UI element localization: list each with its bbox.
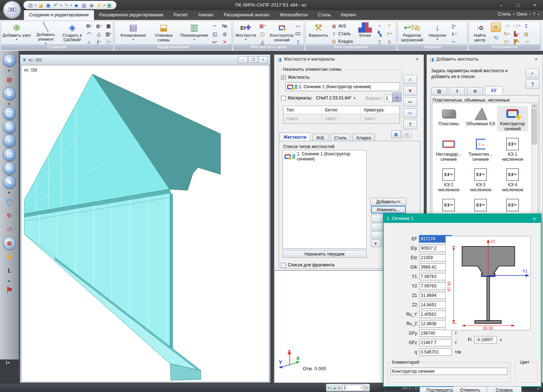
paste-stiffness-button[interactable]: ▤ [402, 130, 412, 138]
flyout-arrow-icon[interactable]: ▸ [3, 68, 16, 73]
stiffness-checkbox[interactable]: ✓ [281, 75, 286, 80]
cc-nodes-icon[interactable]: CC [294, 30, 302, 37]
help-menu[interactable]: ? [533, 12, 536, 17]
histogram-icon[interactable]: ▙▾ [512, 30, 521, 37]
masonry-design-button[interactable]: ▤Кладка [331, 38, 353, 45]
tab-bars-icon[interactable]: I [449, 87, 465, 95]
window-menu[interactable]: Окно [517, 12, 527, 17]
assign-current-button[interactable]: Назначить текущим [282, 250, 367, 258]
stiffness-view-icon[interactable]: EI [3, 162, 16, 175]
variants-button[interactable]: ⚒ Варианты [306, 22, 330, 44]
chevron-down-icon[interactable]: ▾ [35, 4, 36, 7]
flyout-arrow-icon[interactable]: ▸ [3, 101, 16, 106]
close-button[interactable]: × [526, 0, 543, 10]
diagram-icon[interactable]: ▦ [106, 2, 113, 8]
add-line-icon[interactable]: ＋ [375, 22, 384, 29]
select-zoom-icon[interactable]: ◎ [220, 30, 229, 37]
prev-loadcase-icon[interactable]: ▲ [333, 386, 336, 390]
t-support-icon[interactable]: Т [385, 22, 394, 29]
distributed-load-icon[interactable]: ↡▾ [449, 30, 458, 37]
view-minimize-button[interactable]: – [238, 56, 248, 63]
plate-p-icon[interactable]: P▾ [385, 30, 394, 37]
sum-results-icon[interactable]: Σ [522, 22, 531, 29]
chevron-down-icon[interactable]: ▾ [70, 4, 72, 7]
redo-icon[interactable]: ↷ [63, 2, 69, 8]
tab-reinforced-concrete[interactable]: Железобетон [274, 10, 313, 20]
save-icon[interactable]: ▣ [45, 2, 52, 8]
help-button[interactable]: ? [526, 79, 539, 89]
flash-icon[interactable]: ⚡ [96, 2, 102, 8]
view-window-titlebar[interactable]: ❦ кс·.l3d –❐× [20, 55, 270, 65]
camera-icon[interactable]: ◉ [88, 2, 95, 8]
scissors-icon[interactable]: ✂ [211, 22, 219, 29]
move-button[interactable]: ▥ Перемещение▾ [180, 22, 208, 44]
color-pen-icon[interactable]: ✎ [3, 176, 16, 189]
dome-icon[interactable]: ▦ [104, 22, 113, 29]
app-logo[interactable]: ЛС [3, 1, 21, 19]
gfz-input[interactable] [419, 339, 452, 346]
add-element-button[interactable]: ╲ Добавить элемент▾ [32, 22, 60, 44]
loads-button[interactable]: ↓ Нагрузки▾ [426, 22, 449, 44]
springs-icon[interactable]: ◫ [258, 30, 267, 37]
refresh-icon[interactable]: ↻▾ [502, 30, 511, 37]
grid-icon[interactable]: ▥▾ [104, 30, 113, 37]
pick-filter-button[interactable]: ▼ [371, 240, 380, 247]
stiffness-type-section-constructor[interactable]: Конструктор сечений [497, 106, 528, 131]
pack-scheme-button[interactable]: ⬓ Упаковка схемы [150, 22, 178, 44]
create-in-sapfir-button[interactable]: ◈ Создать в САПФИР [61, 22, 84, 44]
materials-norm[interactable]: СНиП 2.03.01-84* [316, 95, 352, 101]
tab-masonry[interactable]: Кладка [352, 134, 375, 142]
flag-edit-icon[interactable]: ⚑ [3, 284, 16, 297]
tab-stiffness[interactable]: Жесткости [279, 132, 310, 141]
fragment-checkbox[interactable] [281, 263, 286, 268]
zoom-select-element-icon[interactable]: ⊖ [3, 87, 16, 100]
stiffness-type-ke2[interactable]: EF= КЭ 2 численное [433, 167, 464, 192]
cylinder-icon[interactable]: ◍▾ [94, 22, 103, 29]
style-menu[interactable]: Стиль [498, 12, 511, 17]
frame-icon[interactable]: ⊞▾ [85, 22, 93, 29]
help-button[interactable]: ? [403, 120, 417, 129]
supports-icon[interactable]: ▦▾ [258, 22, 267, 29]
next-loadcase-icon[interactable]: ▼ [338, 386, 341, 390]
loadcase-combo[interactable]: 1.▾ [342, 385, 363, 391]
blocks-button[interactable]: ▟▙ Блоки [356, 22, 375, 44]
comment-input[interactable] [391, 368, 507, 375]
stiffness-type-nonstandard[interactable]: Нестандар... сечение [433, 136, 464, 162]
zoom-select-node-icon[interactable]: ⊕ [3, 54, 16, 67]
tab-calculation[interactable]: Расчет [168, 10, 193, 20]
tab-analysis[interactable]: Анализ [193, 10, 219, 20]
mosaic-icon[interactable]: ▨ [522, 30, 531, 37]
loadcase-editor-icon[interactable]: ↩ [328, 385, 332, 391]
fi-input[interactable] [474, 336, 497, 343]
dialog-titlebar[interactable]: 1. Сечение 1 × [384, 214, 541, 223]
brush-button[interactable]: ✏ [403, 97, 417, 107]
stiffness-type-ke1[interactable]: EF= КЭ 1 численное [497, 136, 528, 162]
expand-handle-icon[interactable]: ❙▸ [5, 360, 10, 364]
tab-brick[interactable]: Кирпич [336, 10, 361, 20]
select-block-icon[interactable]: ⊡ [3, 148, 16, 161]
current-stiffness-combo[interactable]: 1. Сечение 1 (Конструктор сечения) [285, 82, 400, 91]
steel-design-button[interactable]: IСталь [331, 30, 353, 37]
dialog-close-icon[interactable]: × [531, 216, 538, 222]
scroll-up-icon[interactable]: ▲ [532, 104, 537, 109]
tab-advanced-analysis[interactable]: Расширенный анализ [219, 10, 274, 20]
select-nodes-grid-icon[interactable]: ⊞ [3, 73, 16, 86]
tab-advanced-editing[interactable]: Расширенное редактирование [94, 10, 169, 20]
filter-icon[interactable]: ▽ [3, 195, 16, 208]
edit-pencil-icon[interactable]: ✎ [364, 385, 368, 390]
axes-icon[interactable]: △ [94, 30, 103, 37]
tab-plates-icon[interactable]: ▨ [431, 87, 447, 95]
add-panel-titlebar[interactable]: ◨ Добавить жесткость × [427, 55, 543, 64]
help-button[interactable]: Справка [487, 386, 522, 392]
filter-button[interactable]: ▼ [403, 86, 417, 95]
rc-design-button[interactable]: ▦Ж/б [331, 23, 353, 30]
scrollbar-thumb[interactable] [532, 110, 537, 144]
numbering-icon[interactable]: 1.2)▾ [512, 22, 521, 29]
section-constructor-button[interactable]: Конструктор сечений [270, 22, 294, 44]
resize-icon[interactable]: ◱ [211, 30, 219, 37]
table-row[interactable]: <нет> <нет> <нет> [283, 114, 400, 123]
zoom-rotate-icon[interactable]: ⟲ [491, 33, 501, 42]
flyout-arrow-icon[interactable]: ▸ [3, 189, 16, 195]
cut-button[interactable]: ✂ [403, 109, 417, 118]
hatch-lines-icon[interactable]: ▚ [375, 30, 384, 37]
